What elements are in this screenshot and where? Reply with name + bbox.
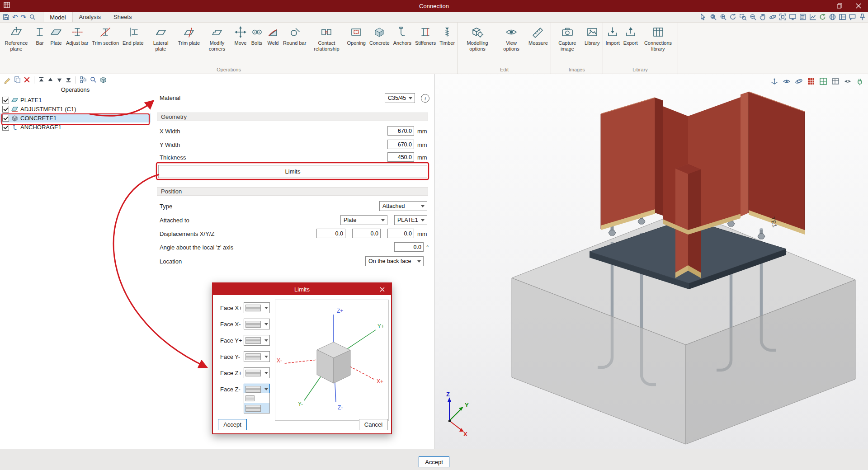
type-select[interactable]: Attached (379, 201, 427, 211)
attached-to-type-select[interactable]: Plate (340, 215, 387, 225)
move-top-icon[interactable] (38, 76, 45, 83)
fit-view-icon[interactable] (779, 13, 787, 21)
tree-item-concrete1[interactable]: CONCRETE1 (0, 113, 151, 122)
member-axes-icon[interactable] (770, 77, 778, 85)
dialog-accept-button[interactable]: Accept (218, 419, 247, 430)
ribbon-button-modify-corners[interactable]: Modify corners (202, 22, 232, 52)
checkbox[interactable] (2, 124, 9, 131)
checkbox[interactable] (2, 115, 9, 122)
delete-icon[interactable] (24, 76, 30, 83)
edit-pencil-icon[interactable] (4, 76, 11, 84)
search-icon[interactable] (29, 14, 36, 20)
close-window-button[interactable] (849, 0, 868, 12)
chart-view-icon[interactable] (809, 13, 816, 21)
globe-icon[interactable] (829, 13, 836, 21)
ribbon-button-trim-section[interactable]: Trim section (90, 22, 121, 46)
zoom-out-icon[interactable] (749, 13, 757, 21)
eye-icon[interactable] (783, 77, 791, 85)
model-box-icon[interactable] (99, 76, 107, 84)
zoom-window-icon[interactable] (739, 13, 747, 21)
monitor-icon[interactable] (789, 13, 797, 21)
reader-view-icon[interactable] (799, 13, 807, 21)
ribbon-button-capture-image[interactable]: Capture image (552, 22, 583, 52)
ribbon-button-opening[interactable]: Opening (345, 22, 368, 46)
move-down-icon[interactable] (56, 76, 63, 83)
pin-panel-icon[interactable] (859, 13, 866, 21)
restore-window-button[interactable] (830, 0, 849, 12)
zoom-in-icon[interactable] (719, 13, 727, 21)
search-tree-icon[interactable] (90, 76, 97, 84)
redo-icon[interactable]: ↷ (21, 14, 27, 20)
select-pointer-icon[interactable] (699, 13, 707, 21)
ribbon-button-import[interactable]: Import (604, 22, 622, 46)
displacement-z-input[interactable] (387, 229, 414, 238)
refresh-icon[interactable] (819, 13, 826, 21)
comment-icon[interactable] (849, 13, 856, 21)
ribbon-button-reference-plane[interactable]: Reference plane (1, 22, 32, 52)
ribbon-button-end-plate[interactable]: End plate (121, 22, 145, 46)
tab-sheets[interactable]: Sheets (107, 12, 138, 22)
material-select[interactable]: C35/45 (385, 93, 415, 103)
pan-icon[interactable] (759, 13, 767, 21)
displacement-y-input[interactable] (352, 229, 381, 238)
angle-input[interactable] (394, 242, 424, 252)
move-bottom-icon[interactable] (65, 76, 72, 83)
thickness-input[interactable] (387, 152, 414, 162)
ribbon-button-weld[interactable]: Weld (265, 22, 281, 46)
ribbon-button-lateral-plate[interactable]: Lateral plate (146, 22, 176, 52)
dialog-cancel-button[interactable]: Cancel (359, 419, 388, 430)
mesh-grid-icon[interactable] (819, 77, 827, 85)
ribbon-button-modelling-options[interactable]: Modelling options (459, 22, 496, 52)
tree-item-adjustment1[interactable]: ADJUSTMENT1 (C1) (0, 104, 151, 113)
undo-icon[interactable]: ↶ (12, 14, 18, 20)
ribbon-button-export[interactable]: Export (622, 22, 640, 46)
limits-button[interactable]: Limits (158, 165, 427, 178)
orbit-icon[interactable] (769, 13, 777, 21)
y-width-input[interactable] (387, 140, 414, 149)
close-icon[interactable] (377, 283, 387, 295)
tree-item-anchorage1[interactable]: ANCHORAGE1 (0, 122, 151, 132)
face-yp-select[interactable] (244, 335, 270, 346)
ribbon-button-contact-relationship[interactable]: Contact relationship (308, 22, 345, 52)
tab-analysis[interactable]: Analysis (73, 12, 107, 22)
accept-button[interactable]: Accept (419, 456, 449, 467)
table-icon[interactable] (831, 77, 840, 85)
info-icon[interactable]: i (421, 94, 429, 103)
save-icon[interactable] (3, 14, 9, 20)
ribbon-button-measure[interactable]: Measure (527, 22, 550, 46)
ribbon-button-stiffeners[interactable]: Stiffeners (413, 22, 438, 46)
rotate-view-icon[interactable] (729, 13, 737, 21)
ribbon-button-bolts[interactable]: Bolts (249, 22, 265, 46)
ribbon-button-round-bar[interactable]: Round bar (281, 22, 308, 46)
orbit-icon[interactable] (795, 77, 803, 85)
ribbon-button-anchors[interactable]: Anchors (392, 22, 413, 46)
face-option-none[interactable] (244, 393, 269, 403)
panels-icon[interactable] (839, 13, 846, 21)
results-grid-icon[interactable] (807, 77, 815, 85)
displacement-x-input[interactable] (316, 229, 345, 238)
zoom-all-icon[interactable] (709, 13, 717, 21)
ribbon-button-view-options[interactable]: View options (496, 22, 527, 52)
face-ym-select[interactable] (244, 351, 270, 362)
attached-to-item-select[interactable]: PLATE1 (394, 215, 427, 225)
ribbon-button-timber[interactable]: Timber (438, 22, 457, 46)
ribbon-button-concrete[interactable]: Concrete (368, 22, 392, 46)
tree-item-plate1[interactable]: PLATE1 (0, 95, 151, 104)
visibility-icon[interactable] (844, 77, 852, 85)
ribbon-button-bar[interactable]: Bar (32, 22, 48, 46)
move-up-icon[interactable] (47, 76, 54, 83)
group-tree-icon[interactable] (80, 76, 87, 84)
face-xp-select[interactable] (244, 302, 270, 313)
face-option-image[interactable] (244, 403, 269, 413)
plug-icon[interactable] (856, 77, 864, 85)
ribbon-button-image-library[interactable]: Library (583, 22, 602, 46)
x-width-input[interactable] (387, 126, 414, 136)
tab-model[interactable]: Model (43, 12, 72, 22)
copy-icon[interactable] (14, 76, 21, 84)
ribbon-button-plate[interactable]: Plate (48, 22, 64, 46)
face-xm-select[interactable] (244, 319, 270, 329)
viewport-3d[interactable]: TE1 Z Y X (434, 74, 868, 449)
location-select[interactable]: On the back face (365, 256, 424, 266)
ribbon-button-adjust-bar[interactable]: Adjust bar (64, 22, 90, 46)
ribbon-button-connections-library[interactable]: Connections library (640, 22, 677, 52)
